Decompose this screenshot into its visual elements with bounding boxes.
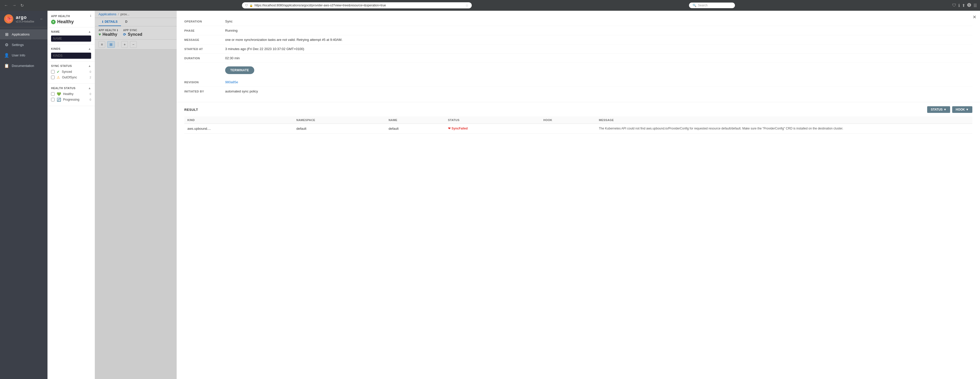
message-value: one or more synchronization tasks are no… bbox=[225, 38, 972, 41]
cell-status: ❤ SyncFailed bbox=[445, 124, 541, 134]
op-row-duration: DURATION 02:30 min bbox=[184, 54, 972, 63]
sync-filter-synced: ✔ Synced 0 bbox=[51, 70, 91, 74]
op-row-started-at: STARTED AT 3 minutes ago (Fri Dec 22 202… bbox=[184, 45, 972, 54]
healthy-checkbox[interactable] bbox=[51, 92, 55, 96]
synced-count: 0 bbox=[90, 70, 91, 73]
cell-namespace: default bbox=[293, 124, 385, 134]
sidebar-item-label-documentation: Documentation bbox=[12, 64, 34, 68]
result-table-head: KIND NAMESPACE NAME STATUS HOOK MESSAGE bbox=[184, 116, 972, 124]
outofsync-checkbox[interactable] bbox=[51, 76, 55, 79]
sidebar-item-applications[interactable]: ⊞ Applications bbox=[0, 29, 48, 39]
progressing-checkbox[interactable] bbox=[51, 98, 55, 101]
sync-status-filter-section: SYNC STATUS ▲ ✔ Synced 0 ⚠ OutOfSync 2 bbox=[48, 62, 95, 84]
terminate-button[interactable]: TERMINATE bbox=[225, 67, 254, 74]
healthy-count: 0 bbox=[90, 92, 91, 96]
terminate-spacer bbox=[184, 67, 225, 74]
shield-icon: 🛡 bbox=[952, 3, 956, 8]
op-row-revision: REVISION 980a85e bbox=[184, 78, 972, 87]
sidebar-item-label-settings: Settings bbox=[12, 43, 24, 47]
terminate-row: TERMINATE bbox=[184, 63, 972, 78]
cell-kind: aws.upbound.... bbox=[184, 124, 293, 134]
sidebar-nav: ⊞ Applications ⚙ Settings 👤 User Info 📋 … bbox=[0, 27, 48, 73]
col-kind: KIND bbox=[184, 116, 293, 124]
message-label: MESSAGE bbox=[184, 38, 225, 41]
phase-label: PHASE bbox=[184, 29, 225, 32]
forward-button[interactable]: → bbox=[11, 2, 18, 9]
health-status-label: HEALTH STATUS bbox=[51, 87, 76, 90]
kinds-filter-input[interactable] bbox=[51, 53, 91, 59]
healthy-label: Healthy bbox=[63, 92, 73, 96]
revision-value[interactable]: 980a85e bbox=[225, 80, 972, 84]
cell-name: default bbox=[385, 124, 445, 134]
name-filter-header: NAME ▲ bbox=[51, 30, 91, 33]
logo-version: v2.9.3+6eba5be bbox=[16, 20, 34, 23]
op-row-operation: OPERATION Sync bbox=[184, 17, 972, 26]
duration-label: DURATION bbox=[184, 56, 225, 60]
started-at-label: STARTED AT bbox=[184, 47, 225, 51]
hook-filter-button[interactable]: HOOK ▼ bbox=[952, 106, 972, 113]
documentation-icon: 📋 bbox=[4, 63, 9, 68]
sidebar-item-settings[interactable]: ⚙ Settings bbox=[0, 40, 48, 50]
sidebar-item-user-info[interactable]: 👤 User Info bbox=[0, 50, 48, 60]
health-collapse-icon[interactable]: ▲ bbox=[88, 86, 91, 90]
name-filter-input[interactable] bbox=[51, 35, 91, 41]
initiated-by-value: automated sync policy bbox=[225, 89, 972, 93]
healthy-icon: 💚 bbox=[57, 92, 61, 96]
sidebar: 🐙 argo v2.9.3+6eba5be ← ⊞ Applications ⚙… bbox=[0, 11, 48, 379]
operation-section: OPERATION Sync PHASE Running MESSAGE one… bbox=[177, 11, 980, 102]
app-health-info-icon: ℹ bbox=[90, 14, 91, 18]
result-header: RESULT STATUS ▼ HOOK ▼ bbox=[184, 106, 972, 113]
health-filter-healthy: 💚 Healthy 0 bbox=[51, 92, 91, 96]
sync-failed-badge: ❤ SyncFailed bbox=[448, 127, 537, 130]
refresh-button[interactable]: ↻ bbox=[19, 2, 25, 9]
back-button[interactable]: ← bbox=[3, 2, 9, 9]
kinds-collapse-icon[interactable]: ▲ bbox=[88, 47, 91, 51]
progressing-icon: 🔄 bbox=[57, 97, 61, 102]
op-row-initiated-by: INITIATED BY automated sync policy bbox=[184, 87, 972, 96]
name-collapse-icon[interactable]: ▲ bbox=[88, 30, 91, 33]
outofsync-label: OutOfSync bbox=[62, 76, 77, 79]
account-icon: 🅢 bbox=[967, 3, 971, 8]
app-health-label: APP HEALTH bbox=[51, 14, 70, 18]
health-status-filter-section: HEALTH STATUS ▲ 💚 Healthy 0 🔄 Progressin… bbox=[48, 84, 95, 106]
argo-logo-icon: 🐙 bbox=[4, 14, 13, 24]
url-text[interactable]: https://localhost:8080/applications/argo… bbox=[255, 3, 464, 7]
sync-status-label: SYNC STATUS bbox=[51, 64, 72, 67]
sidebar-collapse-icon[interactable]: ← bbox=[40, 17, 43, 21]
health-dot-icon: ♥ bbox=[51, 20, 56, 24]
user-icon: 👤 bbox=[4, 53, 9, 58]
browser-search[interactable]: 🔍 Search bbox=[689, 3, 735, 8]
cell-message: The Kubernetes API could not find aws.up… bbox=[596, 124, 972, 134]
app-health-section: APP HEALTH ℹ ♥ Healthy bbox=[48, 11, 95, 27]
browser-right-icons: 🛡 ℹ ⬆ 🅢 ☰ bbox=[952, 3, 977, 8]
bookmark-icon[interactable]: ☆ bbox=[465, 3, 469, 7]
result-table-header-row: KIND NAMESPACE NAME STATUS HOOK MESSAGE bbox=[184, 116, 972, 124]
cell-hook bbox=[540, 124, 596, 134]
operation-label: OPERATION bbox=[184, 19, 225, 23]
address-bar[interactable]: 🛡 🔒 https://localhost:8080/applications/… bbox=[242, 2, 472, 8]
filters-panel: APP HEALTH ℹ ♥ Healthy NAME ▲ KINDS ▲ bbox=[48, 11, 95, 379]
name-filter-section: NAME ▲ bbox=[48, 27, 95, 45]
sync-collapse-icon[interactable]: ▲ bbox=[88, 64, 91, 68]
settings-icon: ⚙ bbox=[4, 42, 9, 47]
main-content: Applications / prov... ℹ DETAILS D APP H… bbox=[95, 11, 980, 379]
col-hook: HOOK bbox=[540, 116, 596, 124]
health-filter-progressing: 🔄 Progressing 0 bbox=[51, 97, 91, 102]
sidebar-logo: 🐙 argo v2.9.3+6eba5be ← bbox=[0, 11, 48, 27]
started-at-value: 3 minutes ago (Fri Dec 22 2023 10:37:02 … bbox=[225, 47, 972, 51]
col-status: STATUS bbox=[445, 116, 541, 124]
result-label: RESULT bbox=[184, 108, 198, 111]
progressing-label: Progressing bbox=[63, 98, 80, 101]
synced-label: Synced bbox=[62, 70, 72, 73]
modal-close-button[interactable]: ✕ bbox=[973, 14, 977, 20]
kinds-filter-header: KINDS ▲ bbox=[51, 47, 91, 51]
result-table-body: aws.upbound.... default default ❤ SyncFa… bbox=[184, 124, 972, 134]
menu-icon[interactable]: ☰ bbox=[974, 3, 977, 8]
synced-checkbox[interactable] bbox=[51, 70, 55, 73]
sync-status-header: SYNC STATUS ▲ bbox=[51, 64, 91, 68]
status-filter-button[interactable]: STATUS ▼ bbox=[927, 106, 950, 113]
result-table: KIND NAMESPACE NAME STATUS HOOK MESSAGE … bbox=[184, 116, 972, 134]
sidebar-item-documentation[interactable]: 📋 Documentation bbox=[0, 61, 48, 71]
kinds-filter-section: KINDS ▲ bbox=[48, 45, 95, 62]
name-filter-label: NAME bbox=[51, 30, 60, 33]
